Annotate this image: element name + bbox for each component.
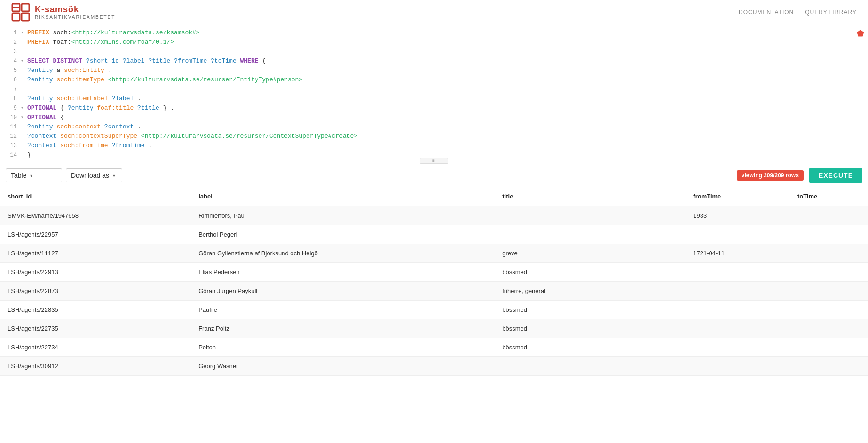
editor-area[interactable]: ⬟ 1▾PREFIX soch:<http://kulturarvsdata.s… xyxy=(0,24,868,164)
code-token: SELECT DISTINCT xyxy=(27,57,86,64)
table-cell-fromTime xyxy=(686,338,790,357)
code-token: . xyxy=(302,76,310,83)
table-cell-label: Göran Gyllenstierna af Björksund och Hel… xyxy=(191,244,495,263)
code-token: <http://kulturarvsdata.se/resurser/Conte… xyxy=(141,133,357,140)
toolbar-right: viewing 209/209 rows EXECUTE xyxy=(737,168,862,183)
table-row: SMVK-EM/name/1947658Rimmerfors, Paul1933 xyxy=(0,206,868,225)
code-token: OPTIONAL xyxy=(27,104,60,111)
table-cell-title xyxy=(495,225,686,244)
table-cell-short_id: SMVK-EM/name/1947658 xyxy=(0,206,191,225)
code-token: ?entity xyxy=(27,76,56,83)
code-token: { xyxy=(60,114,64,121)
code-token: soch: xyxy=(53,29,71,36)
code-token: a xyxy=(56,67,64,74)
logo-subtitle: Riksantikvarieämbetet xyxy=(35,15,115,20)
code-token: . xyxy=(137,123,141,130)
table-cell-toTime xyxy=(790,319,868,338)
table-cell-toTime xyxy=(790,282,868,301)
code-token: foaf:title xyxy=(97,104,134,111)
table-cell-toTime xyxy=(790,225,868,244)
code-content: ?entity soch:itemLabel ?label . xyxy=(27,94,141,103)
logo-text: K-samsök Riksantikvarieämbetet xyxy=(35,5,115,20)
table-cell-label: Georg Wasner xyxy=(191,357,495,376)
code-token: ?title xyxy=(134,104,163,111)
code-token: ?short_id ?label ?title ?fromTime ?toTim… xyxy=(86,57,240,64)
view-mode-arrow: ▾ xyxy=(30,173,32,178)
code-token: OPTIONAL xyxy=(27,114,60,121)
table-cell-short_id: LSH/agents/22957 xyxy=(0,225,191,244)
editor-line: 9▾ OPTIONAL { ?entity foaf:title ?title … xyxy=(0,103,868,113)
code-token: ?fromTime xyxy=(108,142,149,149)
code-token: . xyxy=(104,67,112,74)
editor-line: 3 xyxy=(0,47,868,56)
download-label: Download as xyxy=(71,172,109,179)
code-token: ?context xyxy=(101,123,137,130)
code-content: OPTIONAL { xyxy=(27,113,64,122)
code-token: <http://kulturarvsdata.se/resurser/Entit… xyxy=(108,76,302,83)
resize-dots: ≡ xyxy=(432,158,436,164)
code-token: ?entity xyxy=(27,67,56,74)
svg-rect-2 xyxy=(12,13,20,21)
svg-rect-1 xyxy=(22,4,29,11)
code-token: soch:itemLabel xyxy=(56,95,108,102)
code-content: ?context soch:contextSuperType <http://k… xyxy=(27,132,365,141)
toolbar-left: Table ▾ Download as ▾ xyxy=(6,168,122,182)
table-body: SMVK-EM/name/1947658Rimmerfors, Paul1933… xyxy=(0,206,868,376)
table-cell-title: bössmed xyxy=(495,319,686,338)
table-cell-fromTime xyxy=(686,319,790,338)
table-cell-label: Berthol Pegeri xyxy=(191,225,495,244)
download-arrow: ▾ xyxy=(113,173,115,178)
fold-icon[interactable]: ▾ xyxy=(21,28,26,38)
table-cell-short_id: LSH/agents/22873 xyxy=(0,282,191,301)
table-row: LSH/agents/22835Paufilebössmed xyxy=(0,301,868,319)
table-row: LSH/agents/22734Poltonbössmed xyxy=(0,338,868,357)
table-row: LSH/agents/22913Elias Pedersenbössmed xyxy=(0,263,868,282)
line-number: 2 xyxy=(4,38,17,47)
view-mode-dropdown[interactable]: Table ▾ xyxy=(6,168,62,182)
table-cell-title: friherre, general xyxy=(495,282,686,301)
line-number: 10 xyxy=(4,113,17,122)
table-col-title: title xyxy=(495,187,686,206)
line-number: 3 xyxy=(4,47,17,56)
code-token: ?entity xyxy=(27,95,56,102)
line-number: 14 xyxy=(4,150,17,160)
code-token: } . xyxy=(163,104,174,111)
fold-icon[interactable]: ▾ xyxy=(21,113,26,122)
editor-line: 4▾SELECT DISTINCT ?short_id ?label ?titl… xyxy=(0,56,868,66)
code-content: } xyxy=(27,150,31,160)
table-row: LSH/agents/22735Franz Poltzbössmed xyxy=(0,319,868,338)
documentation-link[interactable]: DOCUMENTATION xyxy=(739,9,794,16)
code-token: ?context xyxy=(27,142,60,149)
download-dropdown[interactable]: Download as ▾ xyxy=(66,168,122,182)
table-cell-label: Paufile xyxy=(191,301,495,319)
bookmark-icon[interactable]: ⬟ xyxy=(857,28,864,39)
code-token: soch:fromTime xyxy=(60,142,108,149)
table-cell-toTime xyxy=(790,263,868,282)
code-content: OPTIONAL { ?entity foaf:title ?title } . xyxy=(27,103,174,113)
editor-line: 11 ?entity soch:context ?context . xyxy=(0,122,868,132)
fold-icon[interactable]: ▾ xyxy=(21,103,26,113)
code-content: ?entity soch:context ?context . xyxy=(27,122,141,132)
viewing-badge: viewing 209/209 rows xyxy=(737,170,804,181)
query-library-link[interactable]: QUERY LIBRARY xyxy=(805,9,857,16)
code-token: ?entity xyxy=(68,104,97,111)
code-token xyxy=(104,76,108,83)
table-cell-fromTime xyxy=(686,225,790,244)
table-cell-toTime xyxy=(790,206,868,225)
editor-line: 13 ?context soch:fromTime ?fromTime . xyxy=(0,141,868,150)
code-token xyxy=(137,133,141,140)
table-row: LSH/agents/30912Georg Wasner xyxy=(0,357,868,376)
table-cell-fromTime xyxy=(686,301,790,319)
line-number: 7 xyxy=(4,85,17,94)
table-cell-short_id: LSH/agents/22835 xyxy=(0,301,191,319)
editor-line: 10▾ OPTIONAL { xyxy=(0,113,868,122)
table-cell-fromTime: 1933 xyxy=(686,206,790,225)
results-table: short_idlabeltitlefromTimetoTime SMVK-EM… xyxy=(0,187,868,376)
editor-line: 8 ?entity soch:itemLabel ?label . xyxy=(0,94,868,103)
fold-icon[interactable]: ▾ xyxy=(21,56,26,66)
code-token: WHERE xyxy=(240,57,262,64)
resize-handle[interactable]: ≡ xyxy=(420,158,448,164)
execute-button[interactable]: EXECUTE xyxy=(809,168,862,183)
code-content: ?entity a soch:Entity . xyxy=(27,66,111,75)
table-cell-short_id: LSH/agents/30912 xyxy=(0,357,191,376)
